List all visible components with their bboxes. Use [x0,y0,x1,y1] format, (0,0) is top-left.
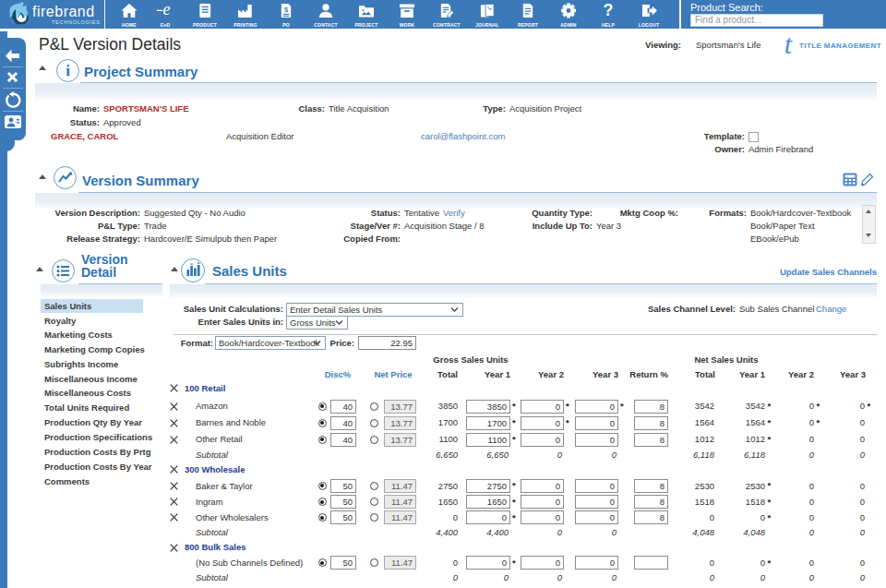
svg-text:?: ? [604,3,614,18]
svg-text:e: e [162,3,170,18]
svg-text:t: t [784,33,793,57]
